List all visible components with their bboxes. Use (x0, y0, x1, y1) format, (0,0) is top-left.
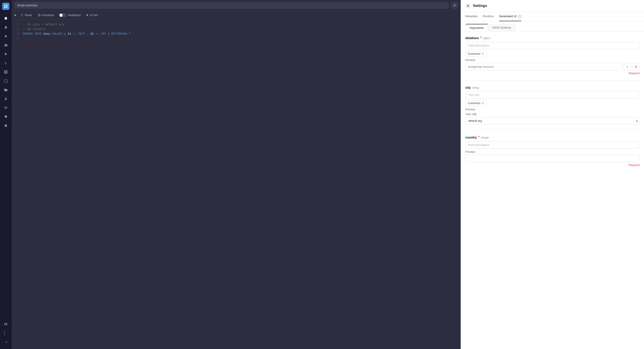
database-preview-label: Preview: (465, 58, 640, 62)
city-field-section: city string Customize Preview: Your city… (465, 86, 640, 124)
code-editor[interactable]: 1 -- $1 city = default arg 2 -- $2 count… (12, 20, 461, 349)
database-description-input[interactable] (465, 42, 640, 49)
svg-rect-8 (4, 70, 6, 72)
code-line-3: 3 INSERT INTO demo VALUES ( $1 :: TEXT ,… (15, 32, 457, 36)
code-line-2: 2 -- $2 country (15, 27, 457, 32)
svg-point-17 (6, 126, 7, 126)
svg-point-5 (5, 44, 6, 45)
sidebar-item-dollar[interactable]: $ (2, 59, 10, 67)
country-preview-label: Preview: (465, 150, 640, 153)
database-preview-wrap: + ↺ (465, 63, 640, 70)
settings-sub-tabs: Arguments JSON Schema (461, 21, 644, 31)
app-logo[interactable] (2, 3, 10, 10)
city-preview-label: Preview: (465, 108, 640, 111)
city-field-type: string (472, 86, 478, 89)
divider-2 (465, 130, 640, 130)
sidebar-item-book[interactable] (2, 321, 10, 329)
code-line-1: 1 -- $1 city = default arg (15, 22, 457, 27)
multiplayer-toggle[interactable] (59, 13, 66, 17)
country-required-text: Required (465, 164, 640, 167)
city-preview-section: Preview: Your city $ (465, 108, 640, 124)
svg-point-2 (4, 6, 6, 8)
settings-header: Settings (461, 0, 644, 12)
svg-rect-15 (5, 124, 6, 125)
country-preview-input[interactable] (465, 155, 640, 162)
info-icon: i (518, 15, 521, 18)
sidebar-item-play[interactable] (2, 50, 10, 58)
sidebar-item-eye[interactable] (2, 104, 10, 112)
divider-1 (465, 80, 640, 80)
settings-panel: Settings Metadata Runtime Generated UI i… (461, 0, 644, 349)
database-field-section: database * object Customize Preview: + ↺ (465, 36, 640, 75)
city-customize-button[interactable]: Customize (465, 100, 486, 106)
tab-metadata[interactable]: Metadata (465, 12, 478, 21)
assistants-button[interactable]: Assistants (37, 13, 56, 18)
sidebar-item-calendar[interactable] (2, 77, 10, 85)
country-description-input[interactable] (465, 141, 640, 149)
city-preview-text: Your city (465, 112, 640, 116)
tab-runtime[interactable]: Runtime (483, 12, 494, 21)
sidebar-item-favorites[interactable] (2, 32, 10, 40)
svg-rect-12 (4, 80, 8, 82)
script-title-input[interactable] (14, 2, 448, 8)
sidebar-item-users[interactable] (2, 41, 10, 49)
dollar-badge: $ (636, 119, 638, 122)
sidebar: $ (0, 0, 12, 349)
database-customize-button[interactable]: Customize (465, 51, 486, 57)
svg-point-16 (5, 126, 6, 126)
sidebar-item-home[interactable] (2, 14, 10, 22)
sidebar-item-team[interactable] (2, 95, 10, 103)
settings-main-tabs: Metadata Runtime Generated UI i (461, 12, 644, 21)
sidebar-item-arrow[interactable] (2, 338, 10, 346)
city-label-row: city string (465, 86, 640, 89)
sidebar-item-blocks[interactable] (2, 68, 10, 76)
close-button[interactable] (465, 3, 471, 8)
database-field-name: database (465, 36, 479, 40)
country-required-star: * (478, 135, 480, 139)
settings-title: Settings (473, 4, 487, 8)
sidebar-item-user[interactable] (2, 23, 10, 31)
database-required-star: * (480, 36, 482, 40)
svg-point-13 (5, 97, 6, 98)
sub-tab-json-schema[interactable]: JSON Schema (488, 24, 516, 31)
status-indicator (14, 14, 16, 16)
city-default-arg-wrap: $ (465, 117, 640, 124)
database-field-type: object (483, 37, 490, 40)
city-description-input[interactable] (465, 91, 640, 98)
sidebar-item-gear[interactable] (2, 113, 10, 121)
country-field-type: integer (481, 136, 489, 139)
database-preview-section: Preview: + ↺ Required (465, 58, 640, 75)
database-refresh-button[interactable]: ↺ (632, 63, 640, 70)
sidebar-item-folder[interactable] (2, 86, 10, 94)
main-area: Reset Assistants Multiplayer AI Gen 1 --… (12, 0, 461, 349)
sidebar-item-robot[interactable] (2, 122, 10, 130)
city-default-arg-input[interactable] (465, 117, 640, 124)
database-label-row: database * object (465, 36, 640, 40)
multiplayer-toggle-wrap: Multiplayer (59, 13, 81, 17)
country-preview-section: Preview: Required (465, 150, 640, 167)
top-bar (12, 0, 461, 11)
edit-icon-button[interactable] (451, 2, 458, 9)
svg-point-6 (6, 44, 7, 45)
country-field-section: country * integer Preview: Required (465, 135, 640, 167)
database-preview-input[interactable] (465, 63, 622, 70)
toolbar: Reset Assistants Multiplayer AI Gen (12, 11, 461, 20)
ai-gen-button[interactable]: AI Gen (84, 13, 99, 18)
tab-generated-ui[interactable]: Generated UI i (499, 12, 522, 21)
country-label-row: country * integer (465, 135, 640, 139)
sub-tab-arguments[interactable]: Arguments (465, 24, 488, 31)
svg-text:$: $ (5, 61, 7, 65)
svg-rect-11 (6, 72, 8, 73)
database-add-button[interactable]: + (624, 63, 631, 70)
settings-content: database * object Customize Preview: + ↺ (461, 31, 644, 171)
database-required-text: Required (465, 72, 640, 75)
svg-point-1 (6, 5, 8, 6)
svg-rect-10 (4, 72, 6, 73)
code-line-4: 4 (15, 36, 457, 41)
reset-button[interactable]: Reset (20, 13, 33, 18)
svg-point-0 (4, 5, 6, 6)
country-field-name: country (465, 136, 477, 139)
sidebar-item-moon[interactable] (2, 329, 10, 337)
svg-rect-9 (6, 70, 8, 72)
svg-point-3 (6, 6, 8, 8)
